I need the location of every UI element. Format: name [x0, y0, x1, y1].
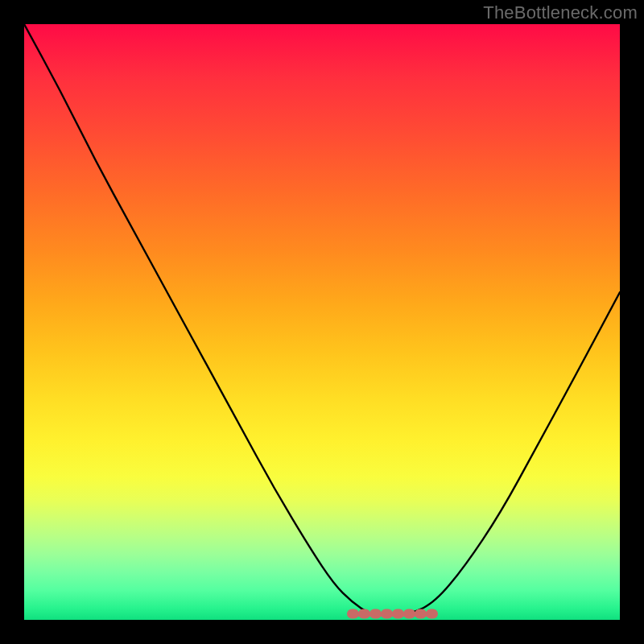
watermark-text: TheBottleneck.com	[483, 2, 638, 23]
curve-svg	[24, 24, 620, 620]
chart-frame: TheBottleneck.com	[0, 0, 644, 644]
bottleneck-curve	[24, 24, 620, 614]
plot-area	[24, 24, 620, 620]
